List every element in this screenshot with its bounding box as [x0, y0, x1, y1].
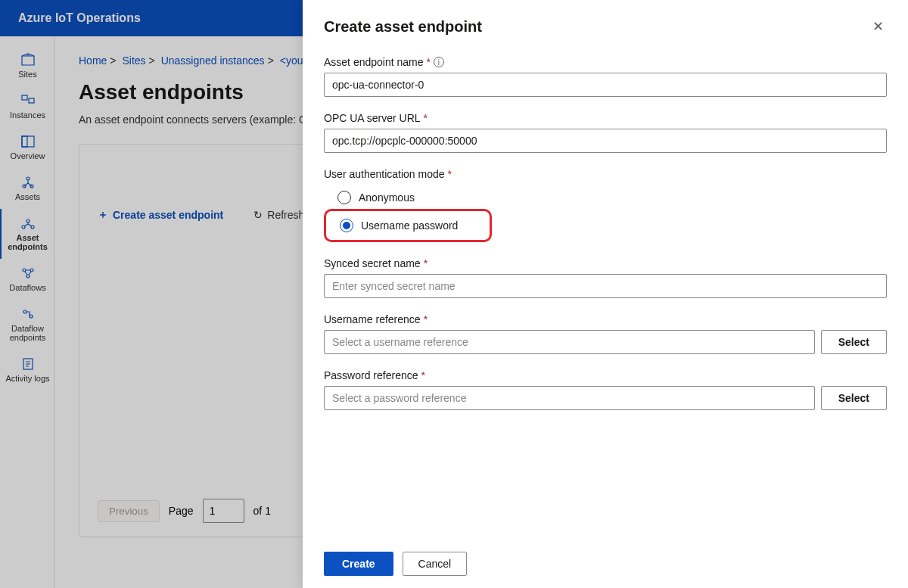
radio-icon-unchecked	[337, 191, 351, 204]
radio-username-password[interactable]: Username password	[331, 214, 485, 237]
label-server-url: OPC UA server URL	[324, 112, 421, 124]
radio-icon-checked	[340, 219, 353, 232]
label-username-reference: Username reference	[324, 313, 421, 325]
field-username-reference: Username reference * Select	[324, 313, 887, 354]
highlighted-selection: Username password	[324, 209, 492, 242]
field-auth-mode: User authentication mode * Anonymous Use…	[324, 168, 887, 242]
select-username-reference-button[interactable]: Select	[821, 330, 887, 354]
required-indicator: *	[424, 313, 428, 325]
field-synced-secret: Synced secret name *	[324, 257, 887, 298]
required-indicator: *	[448, 168, 452, 180]
create-endpoint-panel: Create asset endpoint ✕ Asset endpoint n…	[303, 0, 908, 588]
required-indicator: *	[424, 257, 428, 269]
radio-anonymous-label: Anonymous	[359, 191, 415, 204]
close-icon: ✕	[872, 19, 884, 34]
input-server-url[interactable]	[324, 129, 887, 153]
close-panel-button[interactable]: ✕	[869, 15, 887, 38]
input-synced-secret[interactable]	[324, 274, 887, 298]
label-endpoint-name: Asset endpoint name	[324, 56, 424, 68]
info-icon[interactable]: i	[434, 57, 444, 67]
panel-footer: Create Cancel	[324, 543, 887, 576]
input-password-reference[interactable]	[324, 386, 815, 410]
create-button[interactable]: Create	[324, 552, 393, 576]
field-password-reference: Password reference * Select	[324, 369, 887, 410]
required-indicator: *	[427, 56, 431, 68]
radio-username-password-label: Username password	[361, 219, 458, 232]
panel-body: Asset endpoint name * i OPC UA server UR…	[324, 56, 887, 543]
label-password-reference: Password reference	[324, 369, 418, 381]
field-server-url: OPC UA server URL *	[324, 112, 887, 153]
required-indicator: *	[421, 369, 425, 381]
required-indicator: *	[424, 112, 428, 124]
field-endpoint-name: Asset endpoint name * i	[324, 56, 887, 97]
input-endpoint-name[interactable]	[324, 73, 887, 97]
label-auth-mode: User authentication mode	[324, 168, 445, 180]
cancel-button[interactable]: Cancel	[403, 552, 468, 576]
select-password-reference-button[interactable]: Select	[821, 386, 887, 410]
input-username-reference[interactable]	[324, 330, 815, 354]
radio-anonymous[interactable]: Anonymous	[324, 186, 887, 209]
panel-title: Create asset endpoint	[324, 18, 482, 36]
panel-header: Create asset endpoint ✕	[324, 15, 887, 38]
label-synced-secret: Synced secret name	[324, 257, 421, 269]
